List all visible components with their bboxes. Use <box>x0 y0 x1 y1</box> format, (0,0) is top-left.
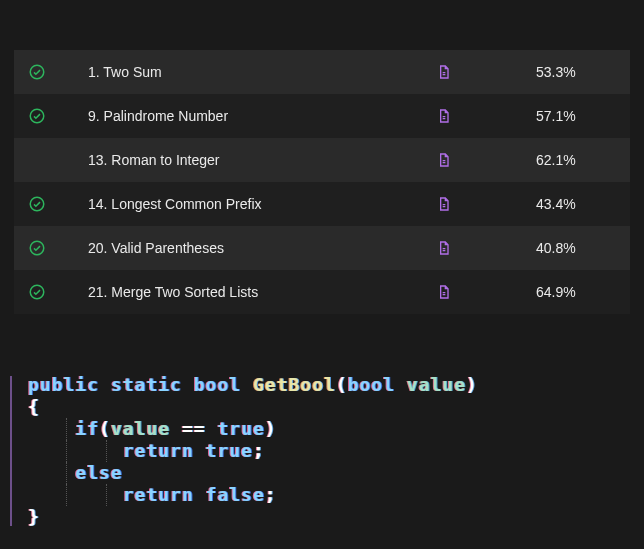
code-token: falsefalsefalse <box>206 484 265 506</box>
solved-check-icon <box>28 195 46 213</box>
problem-title-link[interactable]: 1. Two Sum <box>88 64 436 80</box>
code-token: returnreturnreturn <box>123 484 194 506</box>
code-token: returnreturnreturn <box>123 440 194 462</box>
problem-title-link[interactable]: 9. Palindrome Number <box>88 108 436 124</box>
code-token: ====== <box>182 418 206 440</box>
solved-check-icon <box>28 283 46 301</box>
solved-check-icon <box>28 239 46 257</box>
solved-check-icon <box>28 107 46 125</box>
code-token: boolboolbool <box>194 374 241 396</box>
solution-cell <box>436 195 536 213</box>
problem-row: 9. Palindrome Number57.1% <box>14 94 630 138</box>
acceptance-cell: 57.1% <box>536 108 616 124</box>
code-token: valuevaluevalue <box>111 418 170 440</box>
code-line: ififif(((valuevaluevalue ====== truetrue… <box>28 418 478 440</box>
code-token: ;;; <box>253 440 265 462</box>
solution-doc-icon[interactable] <box>436 107 452 125</box>
status-cell <box>28 283 88 301</box>
svg-point-2 <box>30 197 44 211</box>
code-token: valuevaluevalue <box>407 374 466 396</box>
solution-doc-icon[interactable] <box>436 283 452 301</box>
code-token: ))) <box>265 418 277 440</box>
solution-cell <box>436 283 536 301</box>
acceptance-cell: 62.1% <box>536 152 616 168</box>
status-cell <box>28 239 88 257</box>
solution-cell <box>436 151 536 169</box>
code-body: publicpublicpublic staticstaticstatic bo… <box>28 374 478 528</box>
code-token: truetruetrue <box>206 440 253 462</box>
code-token: boolboolbool <box>348 374 395 396</box>
svg-point-0 <box>30 65 44 79</box>
status-cell <box>28 63 88 81</box>
solution-cell <box>436 107 536 125</box>
status-cell <box>28 195 88 213</box>
problem-title-link[interactable]: 20. Valid Parentheses <box>88 240 436 256</box>
code-line: }}} <box>28 506 478 528</box>
problem-title-link[interactable]: 21. Merge Two Sorted Lists <box>88 284 436 300</box>
code-token: {{{ <box>28 396 40 418</box>
problem-row: 14. Longest Common Prefix43.4% <box>14 182 630 226</box>
solution-doc-icon[interactable] <box>436 63 452 81</box>
problem-list: 1. Two Sum53.3%9. Palindrome Number57.1%… <box>0 0 644 314</box>
code-token: ;;; <box>265 484 277 506</box>
code-token: publicpublicpublic <box>28 374 99 396</box>
code-line: elseelseelse <box>28 462 478 484</box>
acceptance-cell: 43.4% <box>536 196 616 212</box>
code-token: ififif <box>75 418 99 440</box>
status-cell <box>28 107 88 125</box>
code-token: GetBoolGetBoolGetBool <box>253 374 336 396</box>
code-token: }}} <box>28 506 40 528</box>
acceptance-cell: 53.3% <box>536 64 616 80</box>
svg-point-4 <box>30 285 44 299</box>
code-token: elseelseelse <box>75 462 122 484</box>
problem-row: 1. Two Sum53.3% <box>14 50 630 94</box>
acceptance-cell: 64.9% <box>536 284 616 300</box>
code-line: returnreturnreturn truetruetrue;;; <box>28 440 478 462</box>
solution-cell <box>436 63 536 81</box>
solution-doc-icon[interactable] <box>436 195 452 213</box>
svg-point-3 <box>30 241 44 255</box>
problem-row: 13. Roman to Integer62.1% <box>14 138 630 182</box>
code-token: staticstaticstatic <box>111 374 182 396</box>
code-line: publicpublicpublic staticstaticstatic bo… <box>28 374 478 396</box>
code-token: truetruetrue <box>217 418 264 440</box>
code-token: ))) <box>466 374 478 396</box>
acceptance-cell: 40.8% <box>536 240 616 256</box>
code-line: {{{ <box>28 396 478 418</box>
solution-cell <box>436 239 536 257</box>
svg-point-1 <box>30 109 44 123</box>
solution-doc-icon[interactable] <box>436 239 452 257</box>
code-gutter <box>8 374 16 528</box>
problem-row: 21. Merge Two Sorted Lists64.9% <box>14 270 630 314</box>
code-snippet: publicpublicpublic staticstaticstatic bo… <box>0 354 644 528</box>
code-line: returnreturnreturn falsefalsefalse;;; <box>28 484 478 506</box>
problem-title-link[interactable]: 13. Roman to Integer <box>88 152 436 168</box>
problem-row: 20. Valid Parentheses40.8% <box>14 226 630 270</box>
solution-doc-icon[interactable] <box>436 151 452 169</box>
solved-check-icon <box>28 63 46 81</box>
problem-title-link[interactable]: 14. Longest Common Prefix <box>88 196 436 212</box>
